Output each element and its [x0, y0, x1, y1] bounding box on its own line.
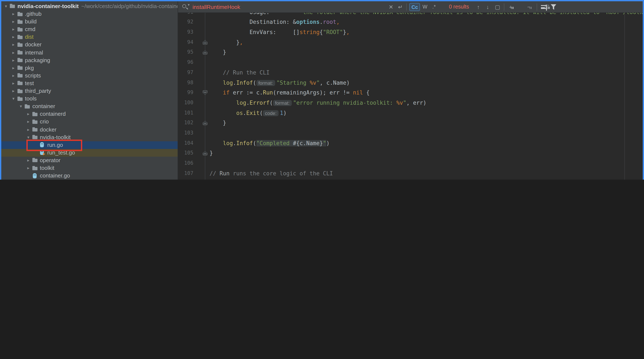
tree-item-dist[interactable]: ▸dist — [1, 33, 178, 41]
chevron-right-icon[interactable]: ▸ — [10, 10, 16, 18]
chevron-right-icon[interactable]: ▸ — [25, 110, 31, 118]
line-number: 105 — [178, 148, 193, 158]
folder-icon — [17, 42, 23, 48]
search-options-chevron-icon[interactable]: ▾ — [188, 3, 190, 7]
next-occurrence-icon[interactable]: ↓ — [484, 1, 491, 13]
tree-item-cmd[interactable]: ▸cmd — [1, 26, 178, 33]
tree-item-test[interactable]: ▸test — [1, 80, 178, 87]
chevron-right-icon[interactable]: ▸ — [10, 80, 16, 87]
search-icon[interactable] — [182, 4, 186, 8]
chevron-right-icon[interactable]: ▸ — [10, 33, 16, 41]
chevron-down-icon[interactable]: ▾ — [3, 2, 9, 10]
code-line-98[interactable]: 98 log.Infof(format:"Starting %v", c.Nam… — [178, 78, 643, 88]
chevron-right-icon[interactable]: ▸ — [10, 56, 16, 64]
tree-item-label: nvidia-toolkit — [40, 134, 71, 140]
tree-item-packaging[interactable]: ▸packaging — [1, 56, 178, 64]
tree-item-.github[interactable]: ▸.github — [1, 10, 178, 18]
tree-item-scripts[interactable]: ▸scripts — [1, 72, 178, 80]
tree-item-container[interactable]: ▾container — [1, 103, 178, 110]
tree-item-label: build — [25, 18, 37, 25]
search-everywhere-lines-icon[interactable] — [541, 5, 546, 9]
folder-icon — [17, 96, 23, 101]
chevron-right-icon[interactable]: ▸ — [10, 87, 16, 95]
chevron-right-icon[interactable]: ▸ — [25, 157, 31, 164]
tree-item-pkg[interactable]: ▸pkg — [1, 64, 178, 72]
code-line-96[interactable]: 96 — [178, 57, 643, 67]
tree-item-containerd[interactable]: ▸containerd — [1, 110, 178, 118]
code-line-107[interactable]: 107// Run runs the core logic of the CLI — [178, 169, 643, 179]
folder-icon — [17, 11, 23, 17]
chevron-down-icon[interactable]: ▾ — [10, 95, 16, 103]
tree-item-label: .github — [25, 11, 42, 17]
code-line-97[interactable]: 97 // Run the CLI — [178, 68, 643, 78]
fold-end-icon[interactable]: − — [203, 50, 208, 55]
divider — [504, 3, 504, 11]
folder-icon — [17, 81, 23, 86]
tree-item-label: crio — [40, 118, 49, 125]
chevron-right-icon[interactable]: ▸ — [25, 164, 31, 172]
code-line-93[interactable]: 93 EnvVars: []string{"ROOT"}, — [178, 27, 643, 37]
tree-item-build[interactable]: ▸build — [1, 18, 178, 25]
code-line-92[interactable]: 92 Destination: &options.root, — [178, 17, 643, 27]
fold-end-icon[interactable]: − — [203, 151, 208, 156]
chevron-right-icon[interactable]: ▸ — [10, 49, 16, 56]
regex-toggle[interactable]: .* — [430, 3, 438, 11]
code-text: os.Exit(code:1) — [210, 108, 287, 118]
match-case-toggle[interactable]: Cc — [409, 3, 420, 11]
line-number: 97 — [178, 68, 193, 78]
code-line-108[interactable]: 108−func Run(c *cli.Context, o *options)… — [178, 179, 643, 180]
code-line-100[interactable]: 100 log.Errorf(format:"error running nvi… — [178, 98, 643, 108]
code-line-106[interactable]: 106 — [178, 158, 643, 168]
filter-icon[interactable] — [551, 4, 556, 10]
open-in-find-window-icon[interactable]: ▢ — [494, 1, 501, 13]
fold-end-icon[interactable]: − — [203, 121, 208, 125]
tree-item-toolkit[interactable]: ▸toolkit — [1, 164, 178, 172]
tree-item-tools[interactable]: ▾tools — [1, 95, 178, 103]
remove-occurrence-icon[interactable]: − — [526, 1, 532, 13]
chevron-down-icon[interactable]: ▾ — [18, 103, 24, 110]
chevron-right-icon[interactable]: ▸ — [10, 26, 16, 33]
code-text: log.Infof(format:"Starting %v", c.Name) — [210, 78, 350, 88]
code-text: } — [210, 47, 226, 57]
fold-end-icon[interactable]: − — [203, 40, 208, 44]
code-line-94[interactable]: 94− }, — [178, 37, 643, 47]
tree-item-internal[interactable]: ▸internal — [1, 49, 178, 56]
fold-open-icon[interactable]: − — [203, 90, 208, 95]
code-line-105[interactable]: 105−} — [178, 148, 643, 158]
tree-item-label: cmd — [25, 26, 35, 32]
search-input[interactable]: installRuntimeHook — [192, 1, 240, 13]
chevron-right-icon[interactable]: ▸ — [10, 72, 16, 80]
words-toggle[interactable]: W — [421, 3, 429, 11]
tree-item-docker[interactable]: ▸docker — [1, 126, 178, 133]
chevron-right-icon[interactable]: ▸ — [25, 118, 31, 126]
chevron-right-icon[interactable]: ▸ — [10, 41, 16, 49]
go-icon — [32, 173, 38, 179]
previous-occurrence-icon[interactable]: ↑ — [475, 1, 482, 13]
new-line-icon[interactable]: ↵ — [397, 1, 404, 13]
editor[interactable]: 91 Usage: "the folder where the NVIDIA C… — [178, 1, 643, 180]
add-occurrence-icon[interactable]: + — [507, 1, 514, 13]
tree-item-label: docker — [40, 126, 56, 133]
line-number: 99 — [178, 88, 193, 98]
chevron-right-icon[interactable]: ▸ — [10, 64, 16, 72]
code-line-99[interactable]: 99− if err := c.Run(remainingArgs); err … — [178, 88, 643, 98]
inlay-hint: format: — [256, 80, 275, 86]
tree-item-container.go[interactable]: container.go — [1, 172, 178, 179]
chevron-right-icon[interactable]: ▸ — [10, 18, 16, 25]
tree-item-label: toolkit — [40, 165, 54, 171]
line-number: 92 — [178, 17, 193, 27]
tree-item-nvidia-container-toolkit[interactable]: ▾nvidia-container-toolkit~/work/cestc/ai… — [1, 2, 178, 10]
code-line-101[interactable]: 101 os.Exit(code:1) — [178, 108, 643, 118]
code-line-95[interactable]: 95− } — [178, 47, 643, 57]
tree-item-operator[interactable]: ▸operator — [1, 157, 178, 164]
tree-item-third_party[interactable]: ▸third_party — [1, 87, 178, 95]
clear-search-icon[interactable]: ✕ — [388, 1, 394, 13]
tree-item-docker[interactable]: ▸docker — [1, 41, 178, 49]
code-line-103[interactable]: 103 — [178, 128, 643, 138]
code-line-104[interactable]: 104 log.Infof("Completed #{c.Name}") — [178, 138, 643, 148]
chevron-right-icon[interactable]: ▸ — [25, 126, 31, 133]
tree-item-crio[interactable]: ▸crio — [1, 118, 178, 126]
code-line-102[interactable]: 102− } — [178, 118, 643, 128]
tree-item-label: packaging — [25, 57, 50, 63]
tree-item-label: pkg — [25, 65, 34, 71]
